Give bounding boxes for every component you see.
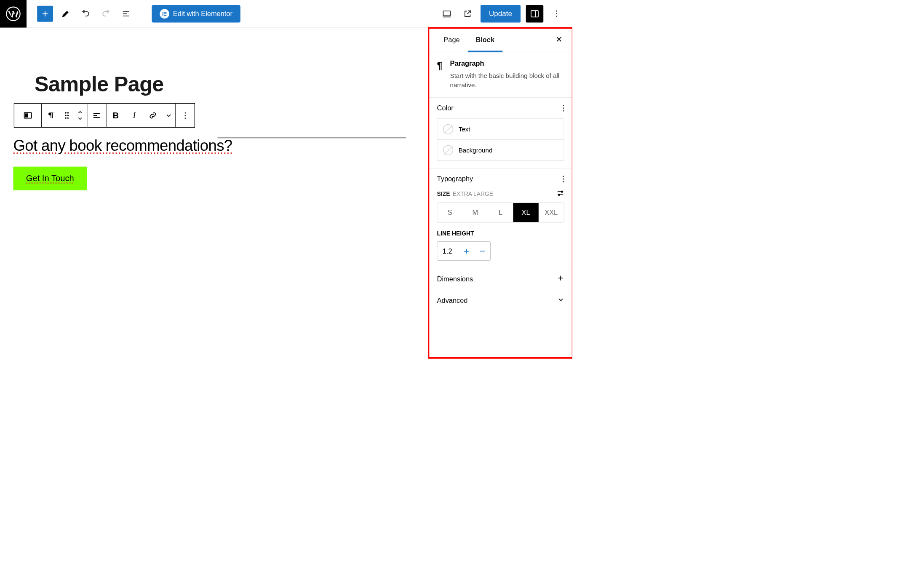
panel-typography-title: Typography [437,175,473,183]
line-height-decrease[interactable]: − [474,242,490,260]
vertical-dots-icon [556,11,557,17]
line-height-input[interactable] [437,247,458,255]
drag-handle-button[interactable] [60,104,74,127]
svg-point-10 [67,112,69,114]
tab-page[interactable]: Page [435,27,467,52]
color-swatch-none-icon [443,145,453,155]
tab-block[interactable]: Block [468,27,502,52]
size-s[interactable]: S [437,203,462,222]
page-title[interactable]: Sample Page [35,72,164,96]
svg-rect-5 [443,11,450,16]
settings-sidebar: Page Block ¶ Paragraph Start with the ba… [429,28,572,371]
move-up-down-button[interactable] [74,104,87,127]
svg-rect-1 [163,12,163,16]
paragraph-block-icon[interactable] [42,104,60,127]
paragraph-icon: ¶ [437,59,443,90]
bold-button[interactable]: B [107,104,125,127]
link-button[interactable] [144,104,162,127]
panel-color-header[interactable]: Color [429,98,572,119]
svg-point-13 [65,117,67,119]
color-text-label: Text [459,126,470,133]
plus-icon [557,275,564,283]
italic-button[interactable]: I [125,104,144,127]
close-sidebar-button[interactable] [553,33,565,46]
svg-point-14 [67,117,69,119]
block-info-description: Start with the basic building block of a… [450,71,564,90]
svg-rect-4 [164,15,167,16]
vertical-dots-icon[interactable] [563,176,564,182]
panel-advanced-header[interactable]: Advanced [429,290,572,311]
line-height-control: + − [437,241,491,260]
settings-sidebar-toggle[interactable] [526,5,544,23]
top-toolbar: Edit with Elementor Update [0,0,572,28]
edit-icon[interactable] [58,6,73,21]
vertical-dots-icon [184,112,186,119]
size-value-label: EXTRA LARGE [453,190,493,197]
preview-button[interactable] [460,6,475,21]
wordpress-logo[interactable] [0,0,27,27]
line-height-label: LINE HEIGHT [437,230,564,237]
panel-dimensions-title: Dimensions [437,275,473,283]
svg-rect-2 [164,12,167,13]
svg-point-11 [65,115,67,116]
align-button[interactable] [87,104,106,127]
block-info: ¶ Paragraph Start with the basic buildin… [429,52,572,97]
svg-point-9 [65,112,67,114]
redo-button[interactable] [98,6,114,21]
selection-line [218,137,406,138]
size-xl[interactable]: XL [513,203,539,222]
color-bg-label: Background [459,147,493,154]
more-formatting-button[interactable] [162,104,176,127]
paragraph-block[interactable]: Got any book recommendations? [13,136,416,155]
custom-size-button[interactable] [557,190,564,198]
document-outline-button[interactable] [118,6,134,21]
panel-advanced: Advanced [429,290,572,311]
line-height-increase[interactable]: + [459,242,475,260]
block-options-button[interactable] [176,104,195,127]
svg-rect-8 [25,114,27,117]
add-block-button[interactable] [37,6,53,22]
elementor-label: Edit with Elementor [173,10,232,18]
size-xxl[interactable]: XXL [539,203,564,222]
size-segments: S M L XL XXL [437,203,564,222]
select-parent-button[interactable] [19,104,37,127]
undo-button[interactable] [78,6,93,21]
sidebar-tabs: Page Block [429,28,572,52]
cta-button-block[interactable]: Get In Touch [13,166,87,190]
panel-typography: Typography SIZE EXTRA LARGE S M L XL XXL [429,168,572,268]
svg-point-15 [561,191,563,192]
size-l[interactable]: L [488,203,513,222]
chevron-down-icon [558,297,564,305]
view-desktop-button[interactable] [439,6,455,21]
content-area: Got any book recommendations? Get In Tou… [13,136,416,190]
svg-rect-3 [164,13,167,14]
elementor-icon [160,9,169,19]
vertical-dots-icon[interactable] [563,105,564,112]
svg-point-16 [558,194,560,195]
svg-point-12 [67,115,69,116]
panel-color: Color Text Background [429,98,572,168]
panel-typography-header[interactable]: Typography [429,168,572,190]
editor-canvas[interactable]: Sample Page [0,28,429,371]
block-toolbar: B I [14,103,195,128]
panel-dimensions-header[interactable]: Dimensions [429,268,572,290]
color-swatch-none-icon [443,124,453,134]
update-button[interactable]: Update [481,5,521,23]
size-label: SIZE [437,190,450,197]
toolbar-left: Edit with Elementor [27,5,240,23]
size-m[interactable]: M [462,203,488,222]
panel-dimensions: Dimensions [429,268,572,290]
options-menu-button[interactable] [549,6,564,21]
block-info-title: Paragraph [450,59,564,68]
color-text-row[interactable]: Text [437,119,564,140]
panel-advanced-title: Advanced [437,297,468,305]
panel-color-title: Color [437,104,454,112]
edit-with-elementor-button[interactable]: Edit with Elementor [152,5,240,23]
color-background-row[interactable]: Background [437,140,564,161]
toolbar-right: Update [439,5,572,23]
svg-rect-6 [531,11,538,17]
